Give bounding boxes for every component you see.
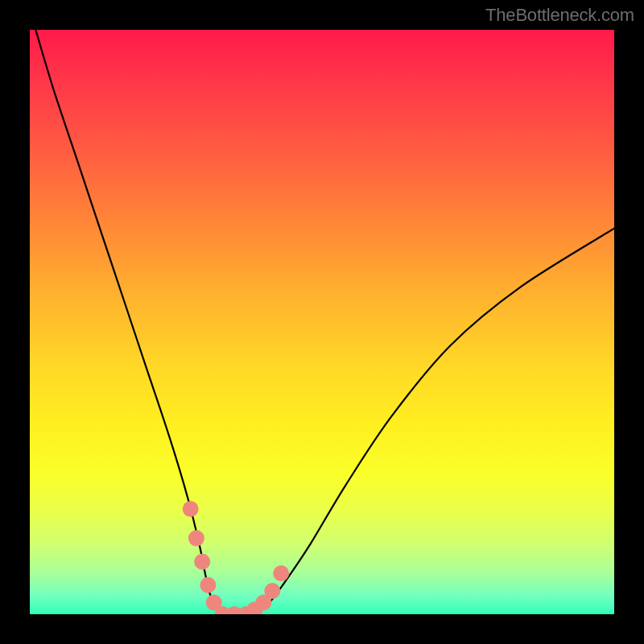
watermark-text: TheBottleneck.com [485,5,634,26]
curve-marker [188,530,204,547]
curve-marker [183,501,199,517]
curve-group [35,30,614,614]
curve-marker [194,554,210,570]
curve-marker [200,577,216,593]
curve-marker [264,583,280,599]
plot-area [30,30,614,614]
bottleneck-curve-svg [30,30,614,614]
curve-marker [273,565,289,581]
marker-group [183,501,290,614]
chart-frame: TheBottleneck.com [0,0,644,644]
bottleneck-curve-path [35,30,614,614]
